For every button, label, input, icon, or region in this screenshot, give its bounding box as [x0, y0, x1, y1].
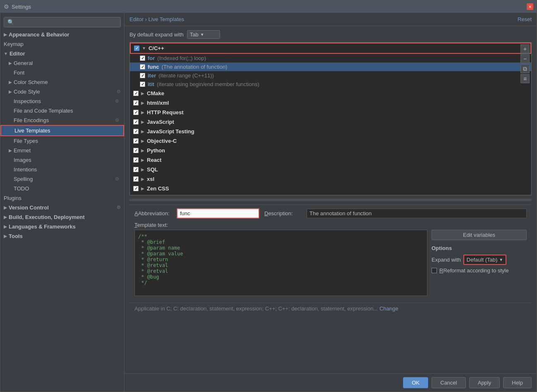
options-expand-dropdown[interactable]: Default (Tab) ▼: [463, 255, 506, 265]
item-checkbox-func[interactable]: [140, 64, 145, 70]
sidebar-item-font[interactable]: Font: [0, 68, 124, 77]
template-group-header-javascript[interactable]: ▶ JavaScript: [130, 117, 531, 127]
sidebar-item-label: Images: [14, 157, 31, 163]
template-group-header-cmake[interactable]: ▶ CMake: [130, 89, 531, 98]
sidebar-item-appearance[interactable]: ▶ Appearance & Behavior: [0, 30, 124, 39]
template-item-itit[interactable]: itit (Iterate using begin/end member fun…: [130, 80, 531, 89]
sidebar-item-keymap[interactable]: Keymap: [0, 39, 124, 49]
expand-with-row: By default expand with Tab ▼: [129, 30, 532, 39]
copy-template-button[interactable]: ⧉: [520, 64, 530, 73]
sidebar-item-editor[interactable]: ▼ Editor: [0, 49, 124, 58]
item-checkbox-for[interactable]: [140, 55, 145, 61]
scroll-template-button[interactable]: ≡: [520, 74, 530, 83]
template-group-header-xsl[interactable]: ▶ xsl: [130, 174, 531, 184]
ok-button[interactable]: OK: [403, 377, 428, 388]
abbreviation-input[interactable]: [177, 208, 259, 219]
sidebar-item-label: Languages & Frameworks: [9, 224, 76, 230]
template-group-header-react[interactable]: ▶ React: [130, 155, 531, 165]
template-area-row: /** * @brief * @param name * @param valu…: [134, 230, 527, 296]
sidebar-item-images[interactable]: Images: [0, 155, 124, 165]
group-checkbox-sql[interactable]: [133, 167, 139, 172]
sidebar-item-todo[interactable]: TODO: [0, 184, 124, 193]
help-button[interactable]: Help: [503, 377, 532, 388]
panel-content: By default expand with Tab ▼ ▼ C/C++: [125, 26, 537, 373]
sidebar-item-file-code-templates[interactable]: File and Code Templates: [0, 106, 124, 115]
group-name-cmake: CMake: [147, 90, 164, 96]
group-checkbox-react[interactable]: [133, 157, 139, 163]
breadcrumb-bar: Editor › Live Templates Reset: [125, 13, 537, 26]
item-desc-itit: (Iterate using begin/end member function…: [157, 81, 259, 87]
template-group-header-python[interactable]: ▶ Python: [130, 146, 531, 155]
template-group-header-cpp[interactable]: ▼ C/C++: [130, 43, 531, 54]
group-name-http: HTTP Request: [147, 109, 184, 115]
group-checkbox-zencss[interactable]: [133, 186, 139, 191]
abbreviation-label: AAbbreviation:: [134, 210, 172, 216]
sidebar-item-build[interactable]: ▶ Build, Execution, Deployment: [0, 212, 124, 222]
template-group-header-htmlxml[interactable]: ▶ html/xml: [130, 98, 531, 108]
sidebar-item-intentions[interactable]: Intentions: [0, 165, 124, 174]
reformat-checkbox[interactable]: [432, 268, 437, 273]
group-checkbox-python[interactable]: [133, 148, 139, 153]
sidebar-item-languages[interactable]: ▶ Languages & Frameworks: [0, 222, 124, 231]
template-group-header-jstesting[interactable]: ▶ JavaScript Testing: [130, 127, 531, 136]
group-expand-icon: ▶: [141, 91, 144, 96]
group-checkbox-javascript[interactable]: [133, 119, 139, 125]
encoding-icon: ⚙: [115, 118, 119, 123]
group-expand-icon: ▶: [141, 167, 144, 172]
arrow-icon: ▶: [9, 80, 12, 84]
group-expand-icon: ▼: [142, 46, 146, 51]
group-checkbox-cpp[interactable]: [134, 46, 139, 51]
template-item-iter[interactable]: iter (Iterate range (C++11)): [130, 71, 531, 80]
template-group-header-zenhtml[interactable]: ▶ Zen HTML: [130, 193, 531, 195]
sidebar-item-live-templates[interactable]: Live Templates: [0, 125, 124, 136]
description-input[interactable]: [307, 209, 527, 218]
add-template-button[interactable]: +: [520, 44, 530, 53]
search-input[interactable]: [17, 19, 117, 25]
expand-with-dropdown[interactable]: Tab ▼: [187, 30, 220, 39]
item-name-for: for: [148, 55, 155, 61]
templates-list: ▼ C/C++ for (Indexed for(;;) loop) f: [129, 42, 532, 195]
apply-button[interactable]: Apply: [469, 377, 500, 388]
sidebar-item-file-encodings[interactable]: File Encodings ⚙: [0, 115, 124, 125]
search-box[interactable]: 🔍: [4, 17, 121, 27]
reset-link[interactable]: Reset: [518, 16, 532, 22]
template-item-func[interactable]: func (The annotation of function): [130, 63, 531, 71]
template-item-for[interactable]: for (Indexed for(;;) loop): [130, 54, 531, 63]
remove-template-button[interactable]: −: [520, 54, 530, 63]
group-checkbox-http[interactable]: [133, 110, 139, 115]
sidebar-item-label: Tools: [9, 233, 23, 239]
group-checkbox-jstesting[interactable]: [133, 129, 139, 134]
group-checkbox-objc[interactable]: [133, 138, 139, 144]
group-checkbox-htmlxml[interactable]: [133, 100, 139, 106]
expand-with-label: By default expand with: [129, 31, 184, 38]
item-checkbox-iter[interactable]: [140, 73, 145, 78]
change-link[interactable]: Change: [379, 305, 398, 312]
template-textarea[interactable]: /** * @brief * @param name * @param valu…: [134, 230, 427, 296]
template-group-header-sql[interactable]: ▶ SQL: [130, 165, 531, 174]
sidebar-item-plugins[interactable]: Plugins: [0, 193, 124, 203]
resize-handle[interactable]: · · ·: [129, 199, 532, 201]
sidebar-item-general[interactable]: ▶ General: [0, 58, 124, 68]
template-group-header-http[interactable]: ▶ HTTP Request: [130, 108, 531, 117]
sidebar-item-inspections[interactable]: Inspections ⚙: [0, 96, 124, 106]
group-checkbox-cmake[interactable]: [133, 91, 139, 96]
template-group-header-zencss[interactable]: ▶ Zen CSS: [130, 184, 531, 193]
template-group-header-objc[interactable]: ▶ Objective-C: [130, 136, 531, 146]
sidebar-item-code-style[interactable]: ▶ Code Style ⚙: [0, 87, 124, 96]
edit-variables-button[interactable]: Edit variables: [432, 230, 527, 240]
sidebar-item-spelling[interactable]: Spelling ⚙: [0, 174, 124, 184]
sidebar-item-emmet[interactable]: ▶ Emmet: [0, 146, 124, 155]
group-name-sql: SQL: [147, 166, 158, 173]
title-bar: ⚙ Settings ✕: [0, 0, 537, 13]
sidebar-item-tools[interactable]: ▶ Tools: [0, 231, 124, 241]
sidebar-item-color-scheme[interactable]: ▶ Color Scheme: [0, 77, 124, 87]
sidebar-item-version-control[interactable]: ▶ Version Control ⚙: [0, 203, 124, 212]
sidebar-item-file-types[interactable]: File Types: [0, 136, 124, 146]
sidebar-item-label: Keymap: [4, 41, 24, 47]
item-checkbox-itit[interactable]: [140, 82, 145, 87]
cancel-button[interactable]: Cancel: [432, 377, 465, 388]
applicable-row: Applicable in C; C: declaration, stateme…: [129, 303, 532, 314]
group-checkbox-xsl[interactable]: [133, 176, 139, 182]
close-button[interactable]: ✕: [527, 3, 533, 10]
arrow-icon: ▶: [4, 224, 7, 229]
